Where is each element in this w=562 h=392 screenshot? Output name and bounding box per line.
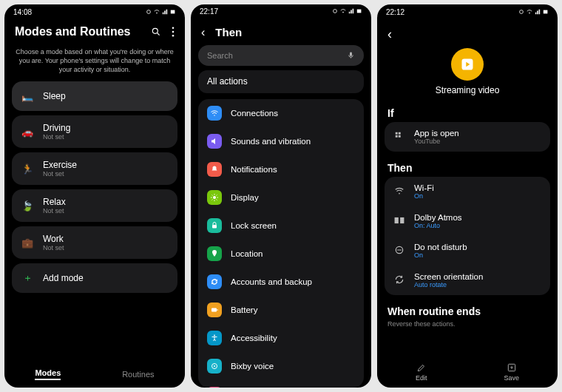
battery-icon	[356, 8, 362, 14]
wifi-icon	[207, 106, 222, 121]
mode-item-sleep[interactable]: 🛏️ Sleep	[12, 81, 177, 111]
if-card: App is openYouTube	[385, 122, 550, 152]
phone-modes: 14:08 Modes and Routines Choose a mode b…	[4, 4, 185, 388]
sleep-icon: 🛏️	[21, 89, 34, 103]
cat-music[interactable]: Music	[198, 380, 364, 388]
svg-rect-14	[211, 308, 217, 312]
then-row-wifi[interactable]: Wi-FiOn	[385, 177, 550, 206]
battery-icon	[170, 9, 176, 15]
page-description: Choose a mode based on what you're doing…	[4, 43, 185, 81]
search-input[interactable]: Search	[198, 45, 364, 66]
svg-point-12	[213, 196, 216, 199]
mic-icon[interactable]	[347, 51, 355, 59]
status-icons	[146, 9, 176, 15]
tab-routines[interactable]: Routines	[122, 370, 154, 379]
cat-notifications[interactable]: Notifications	[198, 155, 364, 183]
work-icon: 💼	[21, 236, 34, 249]
mode-item-exercise[interactable]: 🏃 ExerciseNot set	[12, 152, 177, 185]
cat-accessibility[interactable]: Accessibility	[198, 324, 364, 352]
section-ends-heading: When routine ends	[377, 301, 558, 320]
status-bar: 14:08	[4, 4, 185, 19]
if-row-app-open[interactable]: App is openYouTube	[385, 122, 550, 152]
section-if-heading: If	[377, 103, 558, 122]
pencil-icon	[416, 362, 427, 373]
mode-item-driving[interactable]: 🚗 DrivingNot set	[12, 115, 177, 148]
plus-icon: ＋	[21, 271, 34, 285]
row-label: Wi-Fi	[414, 183, 434, 192]
cat-label: Display	[231, 193, 259, 202]
svg-point-8	[342, 12, 344, 13]
bixby-icon	[207, 359, 222, 374]
row-sub: On: Auto	[414, 222, 462, 229]
mode-item-work[interactable]: 💼 WorkNot set	[12, 226, 177, 259]
then-row-dolby[interactable]: Dolby AtmosOn: Auto	[385, 206, 550, 236]
save-label: Save	[504, 374, 519, 382]
status-bar: 22:12	[377, 4, 558, 19]
dnd-icon	[393, 244, 405, 256]
status-icons	[518, 9, 549, 15]
svg-rect-23	[396, 132, 398, 135]
svg-point-11	[214, 115, 215, 117]
bottom-tabs: Modes Routines	[4, 361, 185, 388]
clock: 14:08	[13, 8, 32, 16]
sync-icon	[207, 274, 222, 289]
lock-icon	[207, 218, 222, 233]
svg-point-7	[334, 10, 337, 13]
more-icon[interactable]	[172, 27, 175, 37]
sun-icon	[207, 190, 222, 205]
relax-icon: 🍃	[21, 199, 34, 212]
rotate-icon	[393, 274, 405, 285]
search-placeholder: Search	[207, 51, 233, 60]
svg-point-6	[172, 35, 175, 37]
driving-icon: 🚗	[21, 125, 34, 138]
back-icon[interactable]: ‹	[387, 27, 392, 41]
row-label: Screen orientation	[414, 272, 483, 281]
cat-bixby[interactable]: Bixby voice	[198, 352, 364, 380]
page-title: Modes and Routines	[15, 25, 130, 38]
edit-button[interactable]: Edit	[416, 362, 427, 382]
mode-label: Sleep	[43, 91, 66, 101]
category-list: Connections Sounds and vibration Notific…	[198, 99, 364, 388]
mode-item-relax[interactable]: 🍃 RelaxNot set	[12, 189, 177, 222]
svg-point-18	[214, 365, 215, 367]
svg-rect-28	[395, 217, 399, 223]
signal-icon	[348, 8, 354, 14]
svg-rect-2	[171, 10, 175, 14]
music-icon	[207, 387, 222, 388]
cat-display[interactable]: Display	[198, 183, 364, 212]
cat-accounts[interactable]: Accounts and backup	[198, 268, 364, 296]
play-icon	[460, 57, 475, 72]
cat-location[interactable]: Location	[198, 240, 364, 268]
then-card: Wi-FiOn Dolby AtmosOn: Auto Do not distu…	[385, 177, 550, 295]
cat-battery[interactable]: Battery	[198, 296, 364, 324]
then-row-dnd[interactable]: Do not disturbOn	[385, 236, 550, 266]
row-sub: YouTube	[414, 138, 459, 145]
cat-lockscreen[interactable]: Lock screen	[198, 212, 364, 240]
pin-icon	[207, 246, 222, 261]
then-row-orientation[interactable]: Screen orientationAuto rotate	[385, 266, 550, 295]
save-button[interactable]: Save	[504, 362, 519, 382]
row-sub: On	[414, 192, 434, 200]
back-icon[interactable]: ‹	[201, 26, 205, 39]
mode-item-add[interactable]: ＋ Add mode	[12, 263, 177, 293]
wifi-icon	[154, 9, 160, 15]
all-actions-label: All actions	[207, 76, 248, 87]
signal-icon	[162, 9, 168, 15]
tab-modes[interactable]: Modes	[35, 368, 61, 380]
wifi-icon	[527, 9, 532, 15]
routine-icon-badge[interactable]	[451, 48, 484, 81]
row-label: App is open	[414, 129, 459, 138]
cat-connections[interactable]: Connections	[198, 99, 364, 127]
mode-label: Exercise	[43, 160, 77, 170]
cat-label: Bixby voice	[231, 362, 274, 371]
sound-icon	[207, 134, 222, 149]
row-sub: On	[414, 251, 467, 259]
search-icon[interactable]	[151, 27, 161, 37]
battery-icon	[207, 303, 222, 317]
all-actions-button[interactable]: All actions	[198, 70, 364, 94]
svg-rect-29	[400, 217, 404, 223]
cat-sounds[interactable]: Sounds and vibration	[198, 127, 364, 155]
svg-point-19	[520, 10, 524, 14]
exercise-icon: 🏃	[21, 162, 34, 175]
svg-rect-9	[357, 10, 362, 13]
